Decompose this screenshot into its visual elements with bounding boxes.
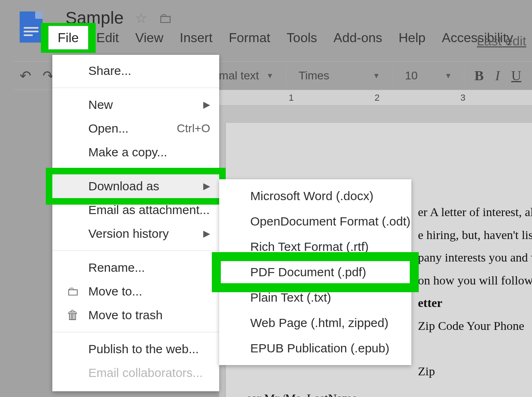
menuitem-label: Version history <box>88 227 169 241</box>
menubar: File Edit View Insert Format Tools Add-o… <box>48 25 521 51</box>
menu-help[interactable]: Help <box>391 25 434 51</box>
menu-edit[interactable]: Edit <box>88 25 127 51</box>
menuitem-make-copy[interactable]: Make a copy... <box>52 140 219 164</box>
file-menu: Share... New ▶ Open... Ctrl+O Make a cop… <box>52 55 219 391</box>
submenu-arrow-icon: ▶ <box>203 228 210 239</box>
submenu-item-docx[interactable]: Microsoft Word (.docx) <box>219 183 411 209</box>
font-size-select[interactable]: 10 ▼ <box>397 69 460 82</box>
body-text: Zip <box>418 360 532 383</box>
trash-icon: 🗑 <box>65 308 81 322</box>
menuitem-label: Make a copy... <box>88 145 167 159</box>
menuitem-move-to[interactable]: 🗀 Move to... <box>52 280 219 303</box>
menuitem-rename[interactable]: Rename... <box>52 256 219 280</box>
submenu-item-pdf[interactable]: PDF Document (.pdf) <box>219 259 411 285</box>
underline-button[interactable]: U <box>505 68 527 83</box>
ruler-number: 2 <box>375 92 379 103</box>
submenu-item-epub[interactable]: EPUB Publication (.epub) <box>219 336 411 361</box>
body-text: ear Mr./Ms. LastName, <box>246 387 532 397</box>
menuitem-open[interactable]: Open... Ctrl+O <box>52 117 219 140</box>
caret-down-icon: ▼ <box>444 72 452 80</box>
submenu-item-txt[interactable]: Plain Text (.txt) <box>219 285 411 310</box>
folder-icon[interactable]: 🗀 <box>159 10 173 26</box>
font-select[interactable]: Times ▼ <box>290 69 388 82</box>
font-size-label: 10 <box>405 69 418 82</box>
menu-tools[interactable]: Tools <box>278 25 325 51</box>
menuitem-label: Publish to the web... <box>88 342 199 356</box>
menuitem-publish[interactable]: Publish to the web... <box>52 337 219 361</box>
ruler-number: 1 <box>289 92 294 103</box>
caret-down-icon: ▼ <box>266 72 274 80</box>
menu-view[interactable]: View <box>127 25 172 51</box>
star-icon[interactable]: ☆ <box>135 10 147 26</box>
submenu-item-odt[interactable]: OpenDocument Format (.odt) <box>219 209 411 234</box>
menuitem-label: Download as <box>88 179 159 193</box>
submenu-item-html[interactable]: Web Page (.html, zipped) <box>219 310 411 336</box>
caret-down-icon: ▼ <box>373 72 380 80</box>
menuitem-label: Email as attachment... <box>88 203 210 217</box>
body-text: etter <box>418 291 532 314</box>
menuitem-new[interactable]: New ▶ <box>52 93 219 117</box>
menuitem-email-attachment[interactable]: Email as attachment... <box>52 198 219 222</box>
menuitem-label: Share... <box>88 64 131 78</box>
submenu-arrow-icon: ▶ <box>203 99 210 110</box>
bold-button[interactable]: B <box>469 68 489 83</box>
menuitem-email-collaborators[interactable]: Email collaborators... <box>52 361 219 385</box>
spellcheck-word: LastName <box>307 392 357 397</box>
menuitem-move-to-trash[interactable]: 🗑 Move to trash <box>52 303 219 327</box>
menuitem-download-as[interactable]: Download as ▶ <box>52 174 219 198</box>
menuitem-label: Move to trash <box>88 308 163 322</box>
menuitem-share[interactable]: Share... <box>52 59 219 83</box>
last-edit-link[interactable]: Last edit <box>477 34 526 49</box>
menuitem-label: Rename... <box>88 261 145 275</box>
menuitem-label: Move to... <box>88 284 142 298</box>
docs-app-icon[interactable] <box>20 11 43 43</box>
menu-file[interactable]: File <box>48 26 88 50</box>
body-text: er A letter of interest, al <box>418 201 532 223</box>
paragraph-style-label: rmal text <box>215 69 259 82</box>
ruler: 1 2 3 <box>219 90 532 106</box>
body-text: e hiring, but, haven't list <box>418 223 532 246</box>
menu-format[interactable]: Format <box>221 25 278 51</box>
body-text: pany interests you and w <box>418 246 532 269</box>
keyboard-shortcut: Ctrl+O <box>177 122 210 135</box>
folder-icon: 🗀 <box>65 284 81 298</box>
italic-button[interactable]: I <box>489 68 505 83</box>
body-text: Zip Code Your Phone <box>418 314 532 337</box>
menuitem-label: Open... <box>88 122 128 135</box>
menu-addons[interactable]: Add-ons <box>325 25 391 51</box>
menu-insert[interactable]: Insert <box>171 25 220 51</box>
undo-button[interactable]: ↶ <box>14 68 37 84</box>
body-text: on how you will follow- <box>418 269 532 292</box>
menuitem-label: New <box>88 98 113 112</box>
menuitem-label: Email collaborators... <box>88 366 203 380</box>
font-label: Times <box>299 69 329 82</box>
submenu-arrow-icon: ▶ <box>203 181 210 192</box>
menuitem-version-history[interactable]: Version history ▶ <box>52 222 219 246</box>
submenu-item-rtf[interactable]: Rich Text Format (.rtf) <box>219 234 411 259</box>
download-as-submenu: Microsoft Word (.docx) OpenDocument Form… <box>219 179 411 365</box>
ruler-number: 3 <box>460 92 465 103</box>
